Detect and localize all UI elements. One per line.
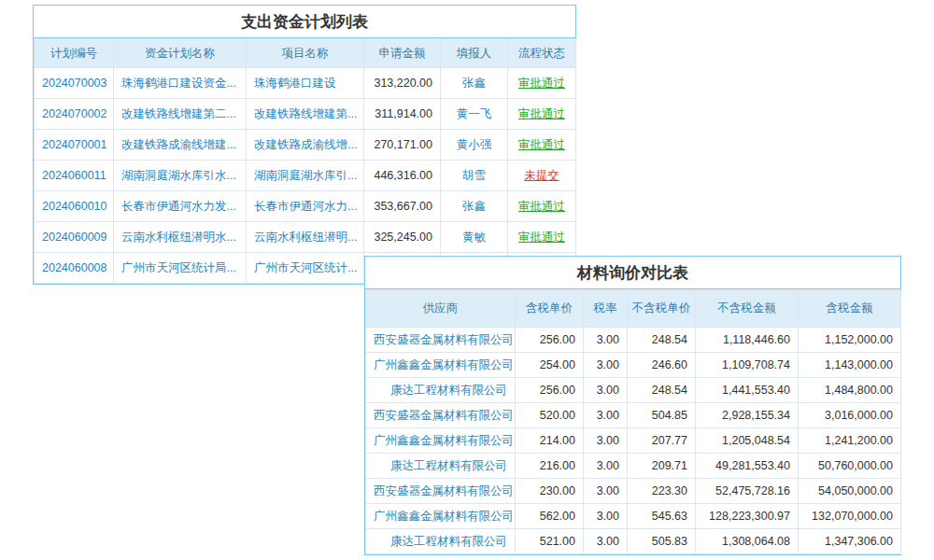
- table-row: 西安盛器金属材料有限公司230.003.00223.3052,475,728.1…: [366, 479, 901, 504]
- material-quote-title: 材料询价对比表: [365, 257, 900, 289]
- table-row: 广州鑫鑫金属材料有限公司562.003.00545.63128,223,300.…: [366, 504, 901, 529]
- plan-name-link[interactable]: 云南水利枢纽潜明水...: [114, 222, 247, 253]
- amount-excl-cell: 1,118,446.60: [696, 328, 799, 353]
- tax-rate-cell: 3.00: [584, 328, 628, 353]
- status-link[interactable]: 审批通过: [508, 68, 576, 99]
- table-row: 西安盛器金属材料有限公司256.003.00248.541,118,446.60…: [366, 328, 901, 353]
- amount-excl-cell: 128,223,300.97: [696, 504, 799, 529]
- table-row: 广州鑫鑫金属材料有限公司214.003.00207.771,205,048.54…: [366, 428, 901, 454]
- person-cell: 张鑫: [441, 191, 508, 222]
- tax-rate-cell: 3.00: [584, 504, 628, 529]
- column-header-tax-rate: 税率: [584, 290, 628, 328]
- plan-name-link[interactable]: 湖南洞庭湖水库引水...: [114, 161, 247, 191]
- supplier-cell: 广州鑫鑫金属材料有限公司: [366, 353, 516, 378]
- column-header-amount-incl: 含税金额: [799, 290, 901, 328]
- plan-id-link[interactable]: 2024060011: [35, 161, 114, 191]
- project-name-link[interactable]: 珠海鹤港口建设: [247, 68, 364, 99]
- unit-price-excl-cell: 207.77: [628, 428, 696, 454]
- supplier-cell: 广州鑫鑫金属材料有限公司: [366, 428, 516, 454]
- plan-id-link[interactable]: 2024060010: [35, 191, 114, 222]
- unit-price-excl-cell: 209.71: [628, 454, 696, 479]
- amount-cell: 313,220.00: [364, 68, 441, 99]
- plan-name-link[interactable]: 长春市伊通河水力发...: [114, 191, 247, 222]
- material-quote-table: 供应商 含税单价 税率 不含税单价 不含税金额 含税金额 西安盛器金属材料有限公…: [365, 289, 901, 554]
- column-header-unit-price-incl: 含税单价: [516, 290, 584, 328]
- material-quote-panel: 材料询价对比表 供应商 含税单价 税率 不含税单价 不含税金额 含税金额 西安盛…: [364, 256, 901, 555]
- table-row: 2024060009云南水利枢纽潜明水...云南水利枢纽潜明...325,245…: [35, 222, 576, 253]
- person-cell: 张鑫: [441, 68, 508, 99]
- expenditure-plan-title: 支出资金计划列表: [34, 6, 575, 38]
- amount-excl-cell: 1,441,553.40: [696, 378, 799, 403]
- unit-price-incl-cell: 254.00: [516, 353, 584, 378]
- amount-excl-cell: 1,109,708.74: [696, 353, 799, 378]
- expenditure-plan-panel: 支出资金计划列表 计划编号 资金计划名称 项目名称 申请金额 填报人 流程状态 …: [33, 5, 576, 285]
- column-header-amount: 申请金额: [364, 39, 441, 68]
- plan-name-link[interactable]: 广州市天河区统计局...: [114, 253, 247, 284]
- amount-incl-cell: 1,152,000.00: [799, 328, 901, 353]
- status-link[interactable]: 审批通过: [508, 99, 576, 130]
- plan-table-body: 2024070003珠海鹤港口建设资金...珠海鹤港口建设313,220.00张…: [35, 68, 576, 284]
- column-header-supplier: 供应商: [366, 290, 516, 328]
- column-header-amount-excl: 不含税金额: [696, 290, 799, 328]
- amount-incl-cell: 3,016,000.00: [799, 403, 901, 428]
- column-header-plan-name: 资金计划名称: [114, 39, 247, 68]
- unit-price-excl-cell: 545.63: [628, 504, 696, 529]
- project-name-link[interactable]: 长春市伊通河水力...: [247, 191, 364, 222]
- amount-cell: 325,245.00: [364, 222, 441, 253]
- supplier-cell: 西安盛器金属材料有限公司: [366, 403, 516, 428]
- tax-rate-cell: 3.00: [584, 479, 628, 504]
- table-row: 康达工程材料有限公司216.003.00209.7149,281,553.405…: [366, 454, 901, 479]
- amount-incl-cell: 1,241,200.00: [799, 428, 901, 454]
- tax-rate-cell: 3.00: [584, 353, 628, 378]
- supplier-cell: 康达工程材料有限公司: [366, 529, 516, 554]
- plan-name-link[interactable]: 改建铁路线增建第二...: [114, 99, 247, 130]
- table-row: 广州鑫鑫金属材料有限公司254.003.00246.601,109,708.74…: [366, 353, 901, 378]
- unit-price-excl-cell: 505.83: [628, 529, 696, 554]
- column-header-status: 流程状态: [508, 39, 576, 68]
- status-link[interactable]: 审批通过: [508, 191, 576, 222]
- tax-rate-cell: 3.00: [584, 378, 628, 403]
- amount-incl-cell: 54,050,000.00: [799, 479, 901, 504]
- plan-id-link[interactable]: 2024060008: [35, 253, 114, 284]
- plan-id-link[interactable]: 2024070003: [35, 68, 114, 99]
- table-row: 2024070002改建铁路线增建第二...改建铁路线增建第...311,914…: [35, 99, 576, 130]
- tax-rate-cell: 3.00: [584, 529, 628, 554]
- plan-id-link[interactable]: 2024070002: [35, 99, 114, 130]
- amount-excl-cell: 1,205,048.54: [696, 428, 799, 454]
- project-name-link[interactable]: 改建铁路成渝线增...: [247, 130, 364, 161]
- plan-name-link[interactable]: 改建铁路成渝线增建...: [114, 130, 247, 161]
- tax-rate-cell: 3.00: [584, 428, 628, 454]
- amount-incl-cell: 50,760,000.00: [799, 454, 901, 479]
- project-name-link[interactable]: 云南水利枢纽潜明...: [247, 222, 364, 253]
- unit-price-incl-cell: 214.00: [516, 428, 584, 454]
- unit-price-excl-cell: 248.54: [628, 378, 696, 403]
- plan-name-link[interactable]: 珠海鹤港口建设资金...: [114, 68, 247, 99]
- table-row: 2024060010长春市伊通河水力发...长春市伊通河水力...353,667…: [35, 191, 576, 222]
- project-name-link[interactable]: 改建铁路线增建第...: [247, 99, 364, 130]
- status-link[interactable]: 审批通过: [508, 222, 576, 253]
- plan-id-link[interactable]: 2024070001: [35, 130, 114, 161]
- plan-header-row: 计划编号 资金计划名称 项目名称 申请金额 填报人 流程状态: [35, 39, 576, 68]
- table-row: 康达工程材料有限公司521.003.00505.831,308,064.081,…: [366, 529, 901, 554]
- unit-price-incl-cell: 256.00: [516, 328, 584, 353]
- unit-price-excl-cell: 246.60: [628, 353, 696, 378]
- amount-incl-cell: 132,070,000.00: [799, 504, 901, 529]
- amount-excl-cell: 2,928,155.34: [696, 403, 799, 428]
- project-name-link[interactable]: 湖南洞庭湖水库引...: [247, 161, 364, 191]
- amount-excl-cell: 49,281,553.40: [696, 454, 799, 479]
- unit-price-incl-cell: 216.00: [516, 454, 584, 479]
- quote-table-body: 西安盛器金属材料有限公司256.003.00248.541,118,446.60…: [366, 328, 901, 554]
- status-link[interactable]: 未提交: [508, 161, 576, 191]
- amount-incl-cell: 1,484,800.00: [799, 378, 901, 403]
- unit-price-incl-cell: 521.00: [516, 529, 584, 554]
- plan-id-link[interactable]: 2024060009: [35, 222, 114, 253]
- table-row: 2024070003珠海鹤港口建设资金...珠海鹤港口建设313,220.00张…: [35, 68, 576, 99]
- column-header-project-name: 项目名称: [247, 39, 364, 68]
- person-cell: 黄敏: [441, 222, 508, 253]
- person-cell: 胡雪: [441, 161, 508, 191]
- supplier-cell: 康达工程材料有限公司: [366, 454, 516, 479]
- amount-incl-cell: 1,347,306.00: [799, 529, 901, 554]
- person-cell: 黄一飞: [441, 99, 508, 130]
- status-link[interactable]: 审批通过: [508, 130, 576, 161]
- project-name-link[interactable]: 广州市天河区统计...: [247, 253, 364, 284]
